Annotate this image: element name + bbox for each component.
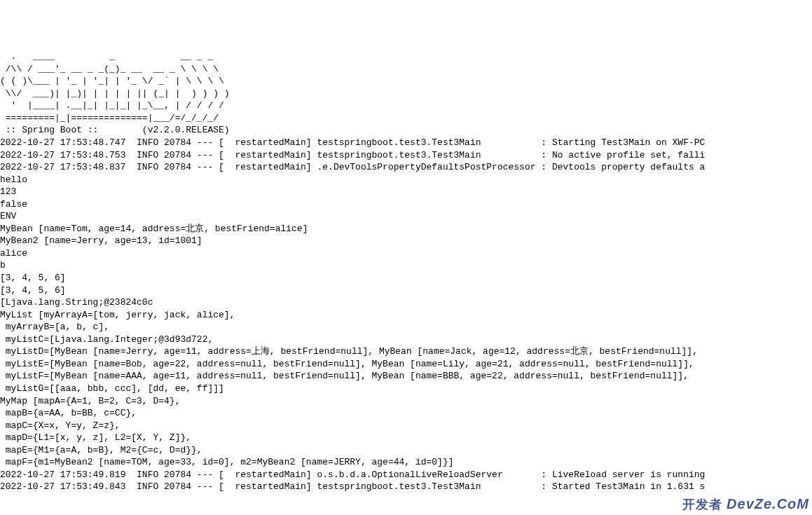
log-line: 2022-10-27 17:53:48.747 INFO 20784 --- [… (0, 137, 812, 149)
output-line: MyMap [mapA={A=1, B=2, C=3, D=4}, (0, 395, 812, 408)
output-line: alice (0, 247, 812, 260)
output-line: mapD={L1=[x, y, z], L2=[X, Y, Z]}, (0, 432, 812, 444)
output-line: myListD=[MyBean [name=Jerry, age=11, add… (0, 345, 812, 358)
watermark-cn: 开发者 (682, 497, 722, 511)
log-line: 2022-10-27 17:53:49.819 INFO 20784 --- [… (0, 469, 812, 481)
output-line: MyBean [name=Tom, age=14, address=北京, be… (0, 223, 812, 235)
output-line: MyList [myArrayA=[tom, jerry, jack, alic… (0, 309, 812, 322)
spring-banner-line: ' |____| .__|_| |_|_| |_\__, | / / / / (0, 99, 812, 112)
spring-banner-line: . ____ _ __ _ _ (0, 50, 812, 63)
output-line: 123 (0, 186, 812, 198)
log-line: 2022-10-27 17:53:49.843 INFO 20784 --- [… (0, 481, 812, 493)
output-line: mapC={X=x, Y=y, Z=z}, (0, 420, 812, 432)
spring-banner-line: ( ( )\___ | '_ | '_| | '_ \/ _` | \ \ \ … (0, 75, 812, 88)
output-line: b (0, 259, 812, 272)
output-line: [3, 4, 5, 6] (0, 272, 812, 284)
spring-banner-line: =========|_|==============|___/=/_/_/_/ (0, 112, 812, 125)
output-line: mapB={a=AA, b=BB, c=CC}, (0, 407, 812, 420)
log-line: 2022-10-27 17:53:48.753 INFO 20784 --- [… (0, 149, 812, 162)
output-line: myListF=[MyBean [name=AAA, age=11, addre… (0, 370, 812, 383)
output-line: myListE=[MyBean [name=Bob, age=22, addre… (0, 358, 812, 371)
output-line: myListC=[Ljava.lang.Integer;@3d93d722, (0, 334, 812, 346)
output-line: hello (0, 174, 812, 186)
output-line: mapF={m1=MyBean2 [name=TOM, age=33, id=0… (0, 456, 812, 469)
output-line: ENV (0, 210, 812, 223)
output-line: mapE={M1={a=A, b=B}, M2={C=c, D=d}}, (0, 444, 812, 457)
watermark-en: DevZe.CoM (727, 496, 809, 511)
spring-banner-line: \\/ ___)| |_)| | | | | || (_| | ) ) ) ) (0, 88, 812, 100)
output-line: MyBean2 [name=Jerry, age=13, id=1001] (0, 235, 812, 247)
output-line: false (0, 198, 812, 211)
console-output[interactable]: . ____ _ __ _ _ /\\ / ___'_ __ _ _(_)_ _… (0, 50, 812, 493)
spring-banner-line: :: Spring Boot :: (v2.2.0.RELEASE) (0, 124, 812, 137)
output-line: [3, 4, 5, 6] (0, 284, 812, 297)
output-line: myArrayB=[a, b, c], (0, 321, 812, 334)
output-line: myListG=[[aaa, bbb, ccc], [dd, ee, ff]]] (0, 383, 812, 395)
output-line: [Ljava.lang.String;@23824c0c (0, 296, 812, 309)
spring-banner-line: /\\ / ___'_ __ _ _(_)_ __ __ _ \ \ \ \ (0, 63, 812, 76)
log-line: 2022-10-27 17:53:48.837 INFO 20784 --- [… (0, 161, 812, 174)
